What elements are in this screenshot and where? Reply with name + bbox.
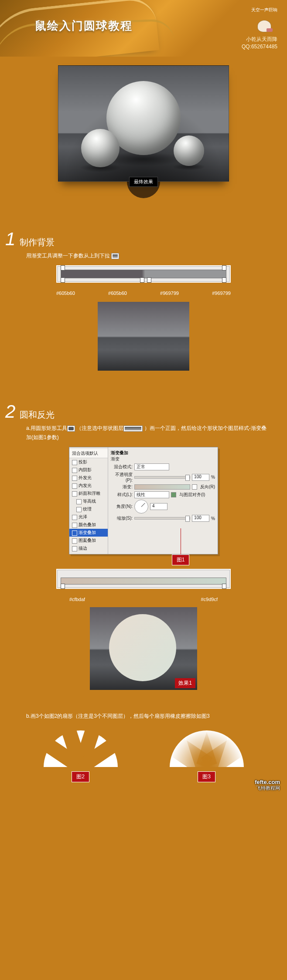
page-title: 鼠绘入门圆球教程 <box>35 18 133 34</box>
style-item[interactable]: 等高线 <box>69 497 108 505</box>
blend-select[interactable]: 正常 <box>134 463 169 470</box>
top-slogan: 天空一声巨响 <box>251 7 277 13</box>
color-code: #969799 <box>160 291 179 296</box>
gradient-picker[interactable] <box>134 484 190 490</box>
callout-line <box>181 528 181 554</box>
color-codes: #605b60 #605b60 #969799 #969799 <box>56 291 231 296</box>
step-title: 圆和反光 <box>20 409 55 421</box>
opacity-input[interactable]: 100 <box>192 474 209 481</box>
author-qq: QQ:652674485 <box>242 43 277 51</box>
color-code: #605b60 <box>108 291 127 296</box>
gradient-tool-icon <box>111 253 119 259</box>
gradient-editor <box>56 265 231 283</box>
site-watermark: fefte.com 飞特教程网 <box>255 779 280 791</box>
circle-icon <box>109 614 176 681</box>
blend-label: 混合模式: <box>111 464 133 470</box>
figure-tag-1: 图1 <box>172 554 190 565</box>
step-number: 2 <box>5 401 15 422</box>
sphere-icon <box>174 135 204 166</box>
style-item[interactable]: 光泽 <box>69 513 108 521</box>
color-code: #c9d9cf <box>201 597 218 602</box>
gradient-stop[interactable] <box>222 584 226 589</box>
gradient-editor-2 <box>56 569 231 589</box>
tutorial-header: 天空一声巨响 鼠绘入门圆球教程 小乾从天而降 QQ:652674485 <box>0 0 287 57</box>
color-codes: #cfbdaf #c9d9cf <box>56 597 231 602</box>
pct: % <box>211 516 215 521</box>
style-label: 样式(L): <box>111 492 133 498</box>
gradient-stop[interactable] <box>61 277 65 283</box>
color-code: #605b60 <box>56 291 75 296</box>
align-check[interactable] <box>171 492 176 497</box>
panel-title: 渐变叠加 <box>111 450 215 456</box>
scale-label: 缩放(S): <box>111 515 133 521</box>
gradient-stop[interactable] <box>61 584 65 589</box>
color-code: #cfbdaf <box>69 597 85 602</box>
background-preview <box>98 302 189 371</box>
figure-tag-2: 图2 <box>72 771 89 782</box>
grad-label: 渐变: <box>111 484 133 490</box>
pct: % <box>211 475 215 480</box>
angle-input[interactable]: 4 <box>150 503 167 510</box>
step-description: 用渐变工具调整一下参数从上到下拉 <box>26 251 270 260</box>
opacity-label: 不透明度(P): <box>111 472 133 483</box>
gradient-bar[interactable] <box>61 270 226 278</box>
scale-input[interactable]: 100 <box>192 515 209 522</box>
figure-tag-3: 图3 <box>198 771 215 782</box>
author-block: 小乾从天而降 QQ:652674485 <box>242 36 277 51</box>
fan-shape-solid <box>44 730 118 767</box>
shape-tool-icon <box>67 426 75 432</box>
gradient-bar[interactable] <box>61 578 226 585</box>
step-description: a.用圆形矩形工具 （注意选中形状图层 ）画一个正圆，然后给这个形状加个图层样式… <box>26 424 270 442</box>
sphere-icon <box>81 129 120 167</box>
panel-subtitle: 渐变 <box>111 456 215 462</box>
result-badge: 最终效果 <box>129 177 158 187</box>
align-label: 与图层对齐(I) <box>179 492 205 498</box>
style-list-title: 混合选项默认 <box>69 449 108 458</box>
angle-dial[interactable] <box>134 500 148 514</box>
fan-shapes-row: 图2 图3 <box>17 730 270 782</box>
step-1: 1 制作背景 用渐变工具调整一下参数从上到下拉 #605b60 #605b60 … <box>0 229 287 384</box>
step-description-b: b.画3个如图2的扇形（注意是3个不同图层），然后每个扇形用橡皮擦擦除如图3 <box>26 712 270 720</box>
style-item[interactable]: 斜面和浮雕 <box>69 490 108 497</box>
style-item[interactable]: 颜色叠加 <box>69 521 108 529</box>
gradient-stop[interactable] <box>61 265 65 270</box>
gradient-stop[interactable] <box>147 277 151 283</box>
circle-preview: 效果1 <box>90 607 197 690</box>
style-item[interactable]: 内发光 <box>69 482 108 490</box>
style-item[interactable]: 内阴影 <box>69 466 108 474</box>
gradient-stop[interactable] <box>140 277 144 283</box>
style-select[interactable]: 线性 <box>134 491 169 498</box>
final-result-image <box>58 65 229 182</box>
reverse-label: 反向(R) <box>200 484 215 490</box>
scale-slider[interactable] <box>134 517 190 520</box>
opacity-slider[interactable] <box>134 476 190 479</box>
style-item[interactable]: 纹理 <box>69 505 108 513</box>
gradient-stop[interactable] <box>222 265 226 270</box>
step-2: 2 圆和反光 a.用圆形矩形工具 （注意选中形状图层 ）画一个正圆，然后给这个形… <box>0 401 287 795</box>
mascot-icon <box>257 20 271 32</box>
author-name: 小乾从天而降 <box>242 36 277 43</box>
step-number: 1 <box>5 229 15 250</box>
shape-layer-icon <box>123 426 143 432</box>
angle-label: 角度(N): <box>111 504 133 510</box>
style-item[interactable]: 外发光 <box>69 474 108 482</box>
color-code: #969799 <box>212 291 231 296</box>
final-result-section: 最终效果 <box>0 57 287 211</box>
fan-shape-erased <box>170 730 244 767</box>
reverse-check[interactable] <box>192 484 197 490</box>
step-title: 制作背景 <box>20 237 55 248</box>
style-item[interactable]: 投影 <box>69 458 108 466</box>
effect-tag: 效果1 <box>175 678 195 688</box>
gradient-stop[interactable] <box>222 277 226 283</box>
